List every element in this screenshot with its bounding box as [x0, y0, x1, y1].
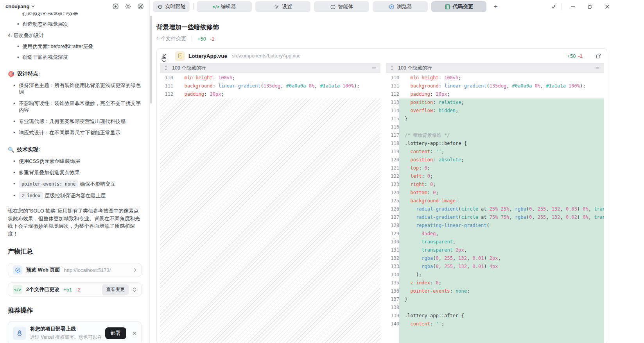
expand-collapse-icon[interactable]	[133, 287, 136, 292]
deploy-button[interactable]: 部署	[105, 327, 126, 339]
line-number: 115	[386, 115, 399, 123]
chat-transcript: 打造微妙的视觉纹理效果 •创造动态的视觉层次 4. 层次叠加设计 •使用伪元素:…	[0, 13, 149, 343]
workspace-switcher[interactable]: choujiang	[5, 4, 35, 9]
compass-icon	[389, 4, 395, 10]
preview-web-card[interactable]: 预览 Web 页面 http://localhost:5173/	[8, 263, 142, 277]
divider	[192, 36, 192, 41]
old-code-lines: 110 min-height: 100vh;111 background: li…	[160, 74, 380, 98]
gear-icon	[274, 4, 280, 10]
tab-strip: 实时跟随 </> 编辑器 设置 智能体 浏览器 代码变更	[150, 0, 644, 13]
list-item: •保持深色主题：所有装饰使用比背景更浅或更深的绿色调	[8, 82, 142, 95]
browser-preview-icon	[13, 265, 22, 275]
code-line-126: 126 radial-gradient(circle at 25% 25%, r…	[386, 205, 604, 213]
minimize-button[interactable]	[564, 0, 581, 13]
collapse-hunk-icon[interactable]	[372, 66, 377, 70]
change-summary: 1 个文件变更 +50 -1	[156, 35, 644, 42]
diff-pane-old: 109 个隐藏的行 110 min-height: 100vh;111 back…	[160, 63, 380, 343]
mouse-cursor	[160, 55, 168, 63]
bullet-icon: •	[17, 54, 19, 60]
diff-pane-new: 109 个隐藏的行 110 min-height: 100vh;111 back…	[386, 63, 604, 343]
code-line-130: 130 transparent,	[386, 238, 604, 246]
line-number: 110	[386, 74, 399, 82]
line-number: 131	[386, 246, 399, 254]
divider	[193, 4, 194, 10]
hidden-lines-bar[interactable]: 109 个隐藏的行	[386, 63, 604, 73]
line-number: 119	[386, 148, 399, 156]
code-line-128: 128 repeating-linear-gradient(	[386, 222, 604, 230]
deploy-card: 将您的项目部署上线 通过 Vercel 授权部署。您也可以在对话中... 部署	[8, 321, 142, 343]
list-item: •多重背景叠加创造复杂效果	[8, 169, 142, 176]
code-line-114: 114 overflow: hidden;	[386, 107, 604, 115]
line-number: 139	[386, 312, 399, 320]
bullet-icon: •	[13, 192, 15, 199]
code-line-127: 127 radial-gradient(circle at 75% 75%, r…	[386, 213, 604, 222]
code-line-132: 132 rgba(0, 255, 132, 0.01) 2px,	[386, 254, 604, 263]
tab-code-changes[interactable]: 代码变更	[431, 1, 486, 12]
line-number: 111	[386, 82, 399, 90]
code-line-112: 112 padding: 20px;	[386, 90, 604, 98]
tab-browser[interactable]: 浏览器	[373, 1, 428, 12]
additions-count: +50	[197, 36, 206, 42]
hidden-lines-bar[interactable]: 109 个隐藏的行	[160, 63, 380, 73]
line-number: 113	[386, 98, 399, 107]
code-line-110: 110 min-height: 100vh;	[160, 74, 380, 82]
app-window: choujiang 打造微妙的视觉纹理效果 •创造动态的视觉层次 4. 层次叠加…	[0, 0, 644, 343]
chevron-right-icon	[134, 268, 136, 272]
code-line-133: 133 rgba(0, 255, 132, 0.01) 4px	[386, 263, 604, 271]
close-icon[interactable]	[133, 331, 136, 335]
expand-lines-icon[interactable]	[164, 65, 168, 71]
expand-lines-icon[interactable]	[390, 65, 394, 71]
code-line-110: 110 min-height: 100vh;	[386, 74, 604, 82]
file-name: LotteryApp.vue	[188, 53, 227, 59]
code-icon: </>	[213, 4, 219, 10]
line-number: 129	[386, 230, 399, 238]
tab-live-follow[interactable]: 实时跟随	[153, 1, 190, 12]
gear-icon[interactable]	[125, 3, 131, 10]
code-line-119: 119 content: '';	[386, 148, 604, 156]
files-changed-card[interactable]: </> 2个文件已更改 +51 -2 查看变更	[8, 282, 142, 297]
collapse-hunk-icon[interactable]	[595, 66, 600, 70]
tab-agent[interactable]: 智能体	[314, 1, 369, 12]
tab-label: 代码变更	[453, 3, 473, 10]
bullet-icon: •	[13, 82, 15, 89]
inline-code: z-index	[19, 192, 43, 199]
list-item: •创造丰富的视觉深度	[8, 54, 142, 60]
new-tab-button[interactable]: +	[490, 1, 502, 12]
hidden-lines-label: 109 个隐藏的行	[172, 65, 206, 71]
old-code: 110 min-height: 100vh;111 background: li…	[160, 73, 380, 343]
page-title: 背景增加一些暗纹修饰	[156, 23, 644, 32]
code-line-117: 117/* 暗纹背景修饰 */	[386, 131, 604, 139]
files-changed-label: 2个文件已更改	[26, 286, 59, 293]
bullet-icon: •	[17, 21, 19, 27]
code-line-113: 113 position: relative;	[386, 98, 604, 107]
line-number: 111	[160, 82, 173, 90]
deletions-count: -1	[210, 36, 215, 42]
preview-label: 预览 Web 页面	[26, 266, 60, 273]
hidden-lines-label: 109 个隐藏的行	[398, 65, 432, 71]
deletions-count: -2	[76, 287, 81, 293]
line-number: 127	[386, 213, 399, 222]
open-in-editor-icon[interactable]	[596, 53, 601, 59]
line-number: 117	[386, 131, 399, 139]
file-header[interactable]: LotteryApp.vue src\components/LotteryApp…	[157, 49, 607, 63]
account-icon[interactable]	[137, 3, 144, 10]
sidebar-header: choujiang	[0, 0, 149, 13]
list-item: •创造动态的视觉层次	[8, 21, 142, 27]
robot-icon	[330, 4, 336, 10]
scrollbar[interactable]	[150, 16, 152, 104]
view-changes-button[interactable]: 查看变更	[102, 284, 129, 295]
preview-url: http://localhost:5173/	[64, 267, 111, 273]
magnifier-icon: 🔍	[8, 146, 14, 153]
code-line-124: 124 bottom: 0;	[386, 189, 604, 197]
inline-code: pointer-events: none	[19, 180, 78, 188]
code-line-139: 139.lottery-app::after {	[386, 312, 604, 320]
tab-settings[interactable]: 设置	[255, 1, 310, 12]
line-number: 116	[386, 123, 399, 131]
collapse-window-icon[interactable]	[548, 0, 559, 13]
line-number: 133	[386, 263, 399, 271]
restore-button[interactable]	[581, 0, 599, 13]
new-chat-icon[interactable]	[112, 3, 119, 10]
close-button[interactable]	[599, 0, 616, 13]
tab-editor[interactable]: </> 编辑器	[197, 1, 252, 12]
deploy-description: 通过 Vercel 授权部署。您也可以在对话中...	[30, 334, 101, 341]
